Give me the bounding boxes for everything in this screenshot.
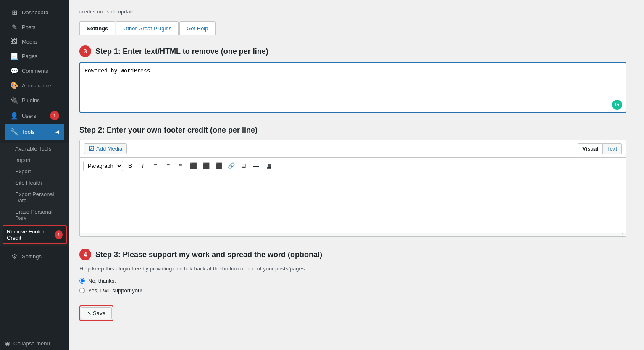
- dashboard-icon: ⊞: [10, 8, 18, 16]
- sidebar-item-tools[interactable]: 🔧 Tools ◂: [5, 124, 64, 140]
- step3-heading: 4 Step 3: Please support my work and spr…: [79, 249, 626, 260]
- comments-icon: 💬: [10, 67, 18, 75]
- italic-button[interactable]: I: [137, 160, 148, 171]
- step2-heading: Step 2: Enter your own footer credit (on…: [79, 126, 626, 135]
- collapse-menu-button[interactable]: ◉ Collapse menu: [0, 337, 69, 350]
- tabs-bar: Settings Other Great Plugins Get Help: [79, 21, 626, 35]
- sidebar-item-users[interactable]: 👤 Users 1: [5, 108, 64, 124]
- appearance-icon: 🎨: [10, 82, 18, 90]
- tab-other-great-plugins[interactable]: Other Great Plugins: [116, 21, 179, 35]
- radio-no-thanks[interactable]: No, thanks.: [79, 278, 626, 284]
- sidebar-item-label: Tools: [22, 129, 34, 135]
- link-button[interactable]: 🔗: [226, 160, 237, 171]
- collapse-menu-label: Collapse menu: [13, 340, 50, 347]
- step1-badge: 3: [79, 45, 91, 57]
- save-button[interactable]: ↖ Save: [81, 307, 112, 319]
- tab-settings[interactable]: Settings: [79, 21, 115, 35]
- step3-badge: 4: [79, 249, 91, 260]
- sidebar-item-label: Appearance: [22, 82, 51, 89]
- sidebar-item-label: Comments: [22, 68, 48, 74]
- add-media-icon: 🖼: [89, 146, 94, 152]
- unlink-button[interactable]: ⊟: [238, 160, 249, 171]
- table-button[interactable]: ▦: [263, 160, 274, 171]
- sidebar: ⊞ Dashboard ✎ Posts 🖼 Media 📃 Pages 💬 Co…: [0, 0, 69, 350]
- users-icon: 👤: [10, 112, 18, 120]
- tools-arrow-icon: ◂: [55, 127, 59, 136]
- sidebar-item-export-personal-data[interactable]: Export Personal Data: [0, 188, 69, 206]
- tools-icon: 🔧: [10, 128, 18, 136]
- settings-icon: ⚙: [10, 252, 18, 260]
- editor-wrap: 🖼 Add Media Visual Text Paragraph B I ≡: [79, 140, 626, 237]
- paragraph-select[interactable]: Paragraph: [83, 161, 123, 171]
- collapse-icon: ◉: [5, 340, 10, 347]
- sidebar-item-label: Posts: [22, 24, 36, 30]
- sidebar-item-label: Pages: [22, 53, 37, 59]
- step2-heading-text: Step 2: Enter your own footer credit (on…: [79, 126, 258, 135]
- editor-topbar: 🖼 Add Media Visual Text: [80, 140, 626, 158]
- sidebar-item-posts[interactable]: ✎ Posts: [5, 20, 64, 34]
- media-icon: 🖼: [10, 38, 18, 45]
- step2-block: Step 2: Enter your own footer credit (on…: [79, 126, 626, 237]
- sidebar-item-label: Settings: [22, 253, 42, 260]
- sidebar-item-available-tools[interactable]: Available Tools: [0, 143, 69, 154]
- add-media-button[interactable]: 🖼 Add Media: [84, 143, 127, 154]
- radio-no-thanks-input[interactable]: [79, 278, 85, 284]
- sidebar-item-plugins[interactable]: 🔌 Plugins: [5, 93, 64, 108]
- sidebar-item-media[interactable]: 🖼 Media: [5, 34, 64, 49]
- editor-resize-handle[interactable]: ⋮: [80, 233, 626, 236]
- users-badge: 1: [50, 111, 59, 120]
- sidebar-item-remove-footer-credit[interactable]: Remove Footer Credit 1: [3, 225, 67, 244]
- blockquote-button[interactable]: ❝: [175, 160, 186, 171]
- step1-heading: 3 Step 1: Enter text/HTML to remove (one…: [79, 45, 626, 57]
- sidebar-item-label: Users: [22, 113, 36, 119]
- sidebar-item-import[interactable]: Import: [0, 154, 69, 166]
- grammarly-icon: G: [612, 100, 622, 110]
- main-content: credits on each update. Settings Other G…: [69, 0, 644, 350]
- step3-description: Help keep this plugin free by providing …: [79, 265, 626, 272]
- tab-visual[interactable]: Visual: [578, 143, 603, 154]
- sidebar-item-comments[interactable]: 💬 Comments: [5, 64, 64, 78]
- posts-icon: ✎: [10, 23, 18, 31]
- sidebar-item-appearance[interactable]: 🎨 Appearance: [5, 78, 64, 93]
- radio-yes-support[interactable]: Yes, I will support you!: [79, 287, 626, 294]
- sidebar-item-erase-personal-data[interactable]: Erase Personal Data: [0, 206, 69, 224]
- editor-body[interactable]: [80, 174, 626, 233]
- visual-text-tabs: Visual Text: [578, 143, 622, 154]
- sidebar-item-label: Media: [22, 39, 37, 45]
- tab-text[interactable]: Text: [603, 143, 622, 154]
- step1-textarea[interactable]: [79, 62, 626, 113]
- plugins-icon: 🔌: [10, 96, 18, 104]
- step3-heading-text: Step 3: Please support my work and sprea…: [95, 250, 322, 259]
- unordered-list-button[interactable]: ≡: [150, 160, 161, 171]
- intro-text: credits on each update.: [79, 8, 626, 15]
- remove-footer-credit-badge: 1: [55, 230, 63, 239]
- sidebar-item-export[interactable]: Export: [0, 166, 69, 177]
- step1-block: 3 Step 1: Enter text/HTML to remove (one…: [79, 45, 626, 114]
- sidebar-item-settings[interactable]: ⚙ Settings: [5, 249, 64, 264]
- sidebar-item-dashboard[interactable]: ⊞ Dashboard: [5, 5, 64, 20]
- sidebar-item-site-health[interactable]: Site Health: [0, 177, 69, 188]
- step3-block: 4 Step 3: Please support my work and spr…: [79, 249, 626, 294]
- sidebar-item-label: Plugins: [22, 97, 40, 103]
- align-right-button[interactable]: ⬛: [213, 160, 224, 171]
- tab-get-help[interactable]: Get Help: [179, 21, 215, 35]
- align-left-button[interactable]: ⬛: [188, 160, 199, 171]
- bold-button[interactable]: B: [125, 160, 136, 171]
- step1-heading-text: Step 1: Enter text/HTML to remove (one p…: [95, 47, 268, 56]
- editor-toolbar: Paragraph B I ≡ ≡ ❝ ⬛ ⬛ ⬛ 🔗 ⊟ — ▦: [80, 158, 626, 174]
- save-button-wrap: ↖ Save: [79, 305, 626, 321]
- sidebar-item-pages[interactable]: 📃 Pages: [5, 49, 64, 64]
- insert-more-button[interactable]: —: [251, 160, 262, 171]
- pages-icon: 📃: [10, 52, 18, 60]
- sidebar-item-label: Dashboard: [22, 9, 49, 16]
- tools-submenu: Available Tools Import Export Site Healt…: [0, 143, 69, 246]
- ordered-list-button[interactable]: ≡: [163, 160, 173, 171]
- step1-textarea-wrap: G: [79, 62, 626, 114]
- radio-yes-support-input[interactable]: [79, 288, 85, 293]
- align-center-button[interactable]: ⬛: [200, 160, 211, 171]
- save-cursor-icon: ↖: [87, 310, 91, 316]
- save-button-outer: ↖ Save: [79, 305, 113, 321]
